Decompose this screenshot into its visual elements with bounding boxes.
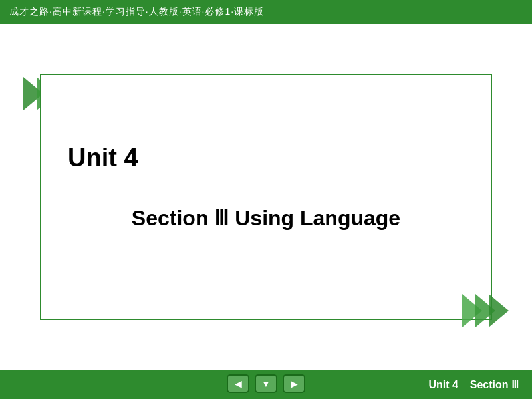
nav-buttons: ◀ ▼ ▶ bbox=[227, 374, 305, 393]
top-bar-title: 成才之路·高中新课程·学习指导·人教版·英语·必修1·课标版 bbox=[9, 6, 264, 18]
bottom-bar: ◀ ▼ ▶ Unit 4 Section Ⅲ bbox=[0, 370, 532, 399]
footer-label: Unit 4 Section Ⅲ bbox=[429, 378, 519, 391]
next-button[interactable]: ▶ bbox=[283, 374, 305, 393]
next-icon: ▶ bbox=[291, 378, 298, 389]
prev-button[interactable]: ◀ bbox=[227, 374, 249, 393]
top-bar: 成才之路·高中新课程·学习指导·人教版·英语·必修1·课标版 bbox=[0, 0, 532, 24]
home-icon: ▼ bbox=[261, 378, 271, 389]
footer-unit: Unit 4 bbox=[429, 379, 458, 390]
main-content: Unit 4 Section Ⅲ Using Language bbox=[0, 24, 532, 370]
prev-icon: ◀ bbox=[235, 378, 242, 389]
svg-marker-5 bbox=[489, 294, 509, 327]
content-box: Unit 4 Section Ⅲ Using Language bbox=[40, 74, 492, 320]
home-button[interactable]: ▼ bbox=[255, 374, 277, 393]
section-title: Section Ⅲ Using Language bbox=[132, 205, 400, 231]
unit-title: Unit 4 bbox=[68, 144, 138, 172]
deco-chevrons-right bbox=[456, 291, 515, 333]
footer-section: Section Ⅲ bbox=[470, 379, 519, 390]
